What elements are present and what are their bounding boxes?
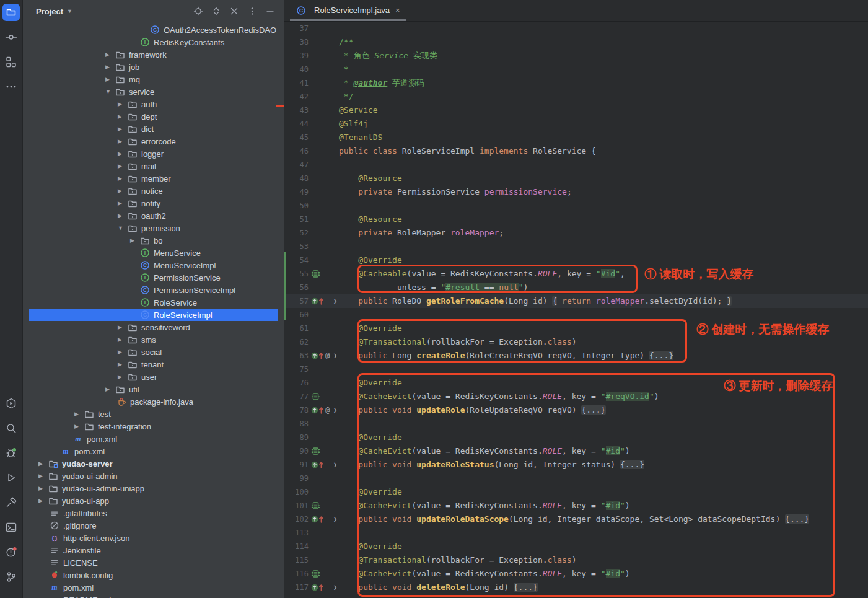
line-number[interactable]: 56 [284,281,309,294]
tree-item-jenkinsfile[interactable]: Jenkinsfile [23,544,284,556]
build-icon[interactable] [2,494,20,511]
chevron-right-icon[interactable]: ▶ [73,411,84,417]
code-line-102[interactable]: 102❯ public void updateRoleDataScope(Lon… [284,512,868,526]
chevron-right-icon[interactable]: ▶ [104,386,115,392]
code-line-88[interactable]: 88 [284,417,868,431]
line-number[interactable]: 75 [284,363,309,376]
version-control-icon[interactable] [2,568,20,586]
tree-item-package-info.java[interactable]: package-info.java [23,395,284,408]
line-number[interactable]: 53 [284,240,309,253]
options-icon[interactable] [247,6,257,16]
code-line-56[interactable]: 56 unless = "#result == null") [284,281,868,294]
code-line-43[interactable]: 43@Service [284,103,868,117]
annotated-icon[interactable]: @ [325,403,330,417]
line-number[interactable]: 117 [284,581,309,594]
tree-item-permission[interactable]: ▼permission [23,222,284,234]
line-number[interactable]: 57 [284,294,309,308]
close-icon[interactable]: × [395,6,400,15]
chevron-down-icon[interactable]: ▼ [116,225,128,231]
line-number[interactable]: 90 [284,444,309,458]
chevron-right-icon[interactable]: ▶ [129,237,140,244]
line-number[interactable]: 102 [284,512,309,526]
code-line-60[interactable]: 60 [284,308,868,322]
services-icon[interactable] [2,395,20,412]
code-line-44[interactable]: 44@Slf4j [284,117,868,131]
chevron-right-icon[interactable]: ▶ [116,163,128,169]
tree-item-util[interactable]: ▶util [23,383,284,395]
line-number[interactable]: 114 [284,540,309,553]
more-icon[interactable] [2,78,20,95]
chevron-right-icon[interactable]: ▶ [116,113,128,120]
line-number[interactable]: 115 [284,553,309,567]
line-number[interactable]: 78 [284,403,309,417]
line-number[interactable]: 37 [284,22,309,35]
chevron-right-icon[interactable]: ▶ [116,188,128,194]
code-line-42[interactable]: 42 */ [284,90,868,103]
chevron-right-icon[interactable]: ▶ [116,361,128,367]
code-line-63[interactable]: 63@❯ public Long createRole(RoleCreateRe… [284,349,868,363]
tree-item-http-client.env.json[interactable]: {}http-client.env.json [23,532,284,544]
tree-item-yudao-ui-admin-uniapp[interactable]: ▶yudao-ui-admin-uniapp [23,482,284,495]
chevron-right-icon[interactable]: ▶ [116,175,128,182]
tree-item-permissionservice[interactable]: IPermissionService [23,271,284,284]
tree-item-sms[interactable]: ▶sms [23,333,284,346]
code-line-113[interactable]: 113 [284,526,868,540]
tree-item-yudao-server[interactable]: ▶yudao-server [23,457,284,470]
chevron-right-icon[interactable]: ▶ [37,460,48,467]
project-icon[interactable] [2,4,20,21]
project-panel-title[interactable]: Project [36,7,63,16]
fold-chevron-icon[interactable]: ❯ [333,349,337,363]
tree-item-.gitignore[interactable]: .gitignore [23,519,284,532]
chevron-right-icon[interactable]: ▶ [116,101,128,107]
code-line-57[interactable]: 57❯ public RoleDO getRoleFromCache(Long … [284,294,868,308]
problems-icon[interactable] [2,543,20,561]
code-line-47[interactable]: 47 [284,158,868,172]
line-number[interactable]: 51 [284,213,309,226]
line-number[interactable]: 60 [284,308,309,322]
code-line-45[interactable]: 45@TenantDS [284,131,868,144]
annotated-icon[interactable]: @ [325,349,330,363]
chevron-right-icon[interactable]: ▶ [104,76,115,82]
line-number[interactable]: 55 [284,267,309,281]
tree-item-.gitattributes[interactable]: .gitattributes [23,507,284,519]
tree-item-auth[interactable]: ▶auth [23,98,284,110]
tree-item-framework[interactable]: ▶framework [23,48,284,61]
code-line-54[interactable]: 54 @Override [284,253,868,267]
cache-gutter-icon[interactable] [311,447,320,455]
code-line-90[interactable]: 90 @CacheEvict(value = RedisKeyConstants… [284,444,868,458]
code-line-51[interactable]: 51 @Resource [284,213,868,226]
code-line-49[interactable]: 49 private PermissionService permissionS… [284,185,868,199]
line-number[interactable]: 42 [284,90,309,103]
line-number[interactable]: 89 [284,431,309,444]
code-line-116[interactable]: 116 @CacheEvict(value = RedisKeyConstant… [284,567,868,581]
line-number[interactable]: 38 [284,35,309,49]
tree-item-license[interactable]: LICENSE [23,556,284,569]
code-line-101[interactable]: 101 @CacheEvict(value = RedisKeyConstant… [284,499,868,512]
tree-item-pom.xml[interactable]: mpom.xml [23,445,284,457]
hide-icon[interactable] [265,6,275,16]
expand-collapse-icon[interactable] [211,6,221,16]
override-gutter-icon[interactable] [311,515,325,524]
tree-item-pom.xml[interactable]: mpom.xml [23,581,284,594]
tree-item-test[interactable]: ▶test [23,408,284,420]
chevron-right-icon[interactable]: ▶ [116,138,128,144]
override-gutter-icon[interactable] [311,460,325,469]
structure-icon[interactable] [2,53,20,71]
tab-roleserviceimpl[interactable]: C RoleServiceImpl.java × [290,0,406,21]
line-number[interactable]: 41 [284,76,309,90]
chevron-right-icon[interactable]: ▶ [116,324,128,330]
cache-gutter-icon[interactable] [311,501,320,510]
fold-chevron-icon[interactable]: ❯ [333,403,337,417]
code-editor[interactable]: 3738/**39 * 角色 Service 实现类40 *41 * @auth… [284,22,868,598]
locate-icon[interactable] [193,6,203,16]
tree-item-dict[interactable]: ▶dict [23,123,284,135]
line-number[interactable]: 46 [284,144,309,158]
tree-item-roleserviceimpl[interactable]: CRoleServiceImpl [23,309,284,321]
line-number[interactable]: 62 [284,335,309,349]
cache-gutter-icon[interactable] [311,392,320,401]
chevron-right-icon[interactable]: ▶ [116,151,128,157]
search-icon[interactable] [2,420,20,437]
tree-item-mq[interactable]: ▶mq [23,73,284,86]
line-number[interactable]: 40 [284,63,309,76]
code-line-62[interactable]: 62 @Transactional(rollbackFor = Exceptio… [284,335,868,349]
